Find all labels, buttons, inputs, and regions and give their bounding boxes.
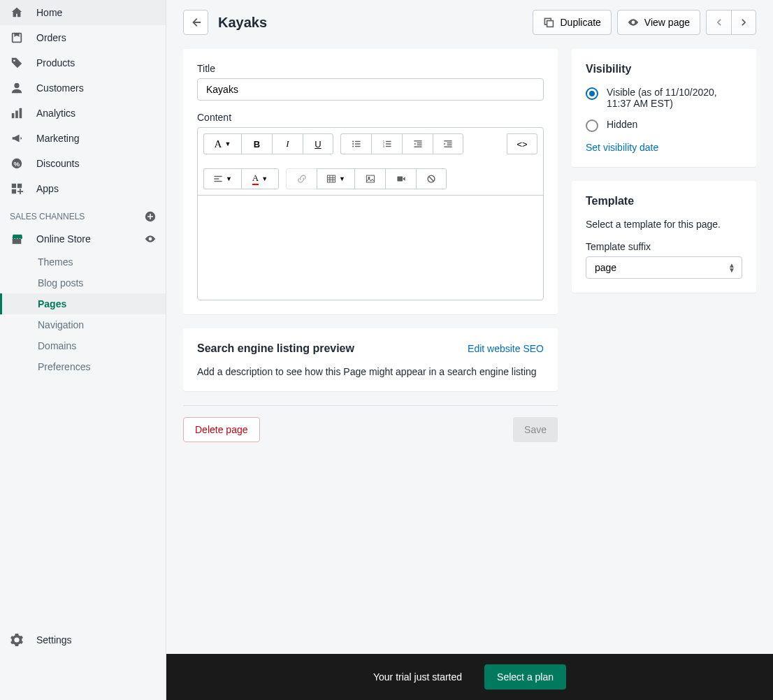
svg-point-18 — [352, 145, 354, 147]
html-button[interactable]: <> — [507, 133, 537, 154]
seo-card: Search engine listing preview Edit websi… — [183, 328, 558, 391]
format-button[interactable]: A▼ — [203, 133, 241, 154]
nav-analytics[interactable]: Analytics — [0, 101, 166, 126]
next-page-button[interactable] — [731, 10, 756, 35]
svg-point-14 — [352, 140, 354, 142]
trial-text: Your trial just started — [373, 671, 462, 683]
nav-home[interactable]: Home — [0, 0, 166, 25]
nav-products[interactable]: Products — [0, 50, 166, 75]
set-visibility-date-link[interactable]: Set visibility date — [586, 142, 658, 153]
nav-label: Orders — [36, 32, 66, 43]
outdent-button[interactable] — [402, 133, 433, 154]
template-subtext: Select a template for this page. — [586, 219, 742, 230]
table-button[interactable]: ▼ — [317, 168, 354, 189]
svg-rect-34 — [214, 176, 222, 177]
visibility-visible-option[interactable]: Visible (as of 11/10/2020, 11:37 AM EST) — [586, 87, 742, 109]
orders-icon — [10, 31, 24, 45]
nav-apps[interactable]: Apps — [0, 176, 166, 201]
divider — [183, 405, 558, 406]
link-button[interactable] — [286, 168, 317, 189]
svg-text:3: 3 — [382, 145, 384, 148]
svg-rect-25 — [385, 146, 391, 147]
template-suffix-select[interactable]: page — [586, 256, 742, 279]
sub-blog-posts[interactable]: Blog posts — [0, 272, 166, 293]
svg-rect-7 — [12, 184, 16, 188]
nav-marketing[interactable]: Marketing — [0, 126, 166, 151]
nav-orders[interactable]: Orders — [0, 25, 166, 50]
view-page-button[interactable]: View page — [617, 10, 700, 35]
sub-pages[interactable]: Pages — [0, 293, 166, 314]
delete-page-button[interactable]: Delete page — [183, 417, 260, 442]
svg-rect-32 — [447, 145, 452, 145]
align-button[interactable]: ▼ — [203, 168, 241, 189]
svg-rect-35 — [214, 178, 219, 179]
editor-textarea[interactable] — [198, 195, 543, 300]
nav-label: Home — [36, 7, 62, 18]
sub-preferences[interactable]: Preferences — [0, 356, 166, 377]
duplicate-button[interactable]: Duplicate — [533, 10, 611, 35]
clear-format-button[interactable] — [416, 168, 447, 189]
svg-rect-4 — [20, 108, 22, 118]
visibility-heading: Visibility — [586, 63, 742, 75]
svg-rect-8 — [17, 184, 22, 188]
svg-rect-9 — [12, 189, 16, 194]
select-plan-button[interactable]: Select a plan — [484, 664, 566, 690]
nav-label: Customers — [36, 82, 84, 94]
number-list-button[interactable]: 123 — [371, 133, 402, 154]
nav-discounts[interactable]: % Discounts — [0, 151, 166, 176]
save-button[interactable]: Save — [513, 417, 558, 442]
svg-rect-13 — [547, 21, 554, 27]
eye-icon[interactable] — [145, 233, 156, 245]
bullet-list-button[interactable] — [340, 133, 371, 154]
svg-rect-37 — [327, 175, 335, 182]
radio-visible[interactable] — [586, 87, 598, 100]
channel-label: Online Store — [36, 233, 91, 245]
text-color-button[interactable]: A▼ — [241, 168, 279, 189]
bold-button[interactable]: B — [241, 133, 272, 154]
settings-label: Settings — [36, 634, 72, 646]
tag-icon — [10, 56, 24, 70]
nav-label: Discounts — [36, 158, 79, 169]
back-button[interactable] — [183, 10, 208, 35]
italic-button[interactable]: I — [272, 133, 303, 154]
nav-label: Marketing — [36, 133, 79, 144]
nav-label: Analytics — [36, 108, 75, 119]
apps-icon — [10, 182, 24, 196]
image-button[interactable] — [354, 168, 385, 189]
underline-button[interactable]: U — [303, 133, 333, 154]
svg-rect-26 — [414, 140, 421, 141]
sub-domains[interactable]: Domains — [0, 335, 166, 356]
page-header: Kayaks Duplicate View page — [183, 10, 756, 35]
edit-seo-link[interactable]: Edit website SEO — [468, 343, 544, 354]
nav-settings[interactable]: Settings — [0, 627, 166, 652]
visibility-hidden-option[interactable]: Hidden — [586, 119, 742, 132]
nav-customers[interactable]: Customers — [0, 75, 166, 101]
title-content-card: Title Content A▼ B I U 123 — [183, 49, 558, 314]
content-editor: A▼ B I U 123 <> — [197, 127, 544, 300]
svg-rect-11 — [13, 239, 22, 244]
svg-rect-23 — [385, 143, 391, 144]
analytics-icon — [10, 106, 24, 120]
footer-actions: Delete page Save — [183, 417, 558, 442]
sub-navigation[interactable]: Navigation — [0, 314, 166, 335]
store-icon — [10, 232, 24, 246]
prev-page-button[interactable] — [706, 10, 731, 35]
indent-button[interactable] — [433, 133, 463, 154]
svg-rect-28 — [417, 145, 421, 145]
video-button[interactable] — [385, 168, 416, 189]
home-icon — [10, 6, 24, 20]
svg-line-46 — [429, 177, 434, 182]
title-label: Title — [197, 63, 544, 74]
nav-online-store[interactable]: Online Store — [0, 226, 166, 251]
radio-hidden[interactable] — [586, 119, 598, 132]
title-input[interactable] — [197, 78, 544, 101]
sub-themes[interactable]: Themes — [0, 251, 166, 272]
svg-rect-44 — [397, 177, 403, 182]
template-suffix-label: Template suffix — [586, 241, 742, 252]
content-label: Content — [197, 112, 544, 123]
nav-label: Apps — [36, 183, 59, 194]
add-channel-icon[interactable] — [145, 211, 156, 222]
discount-icon: % — [10, 156, 24, 170]
eye-icon — [628, 17, 639, 28]
svg-text:%: % — [14, 160, 20, 168]
